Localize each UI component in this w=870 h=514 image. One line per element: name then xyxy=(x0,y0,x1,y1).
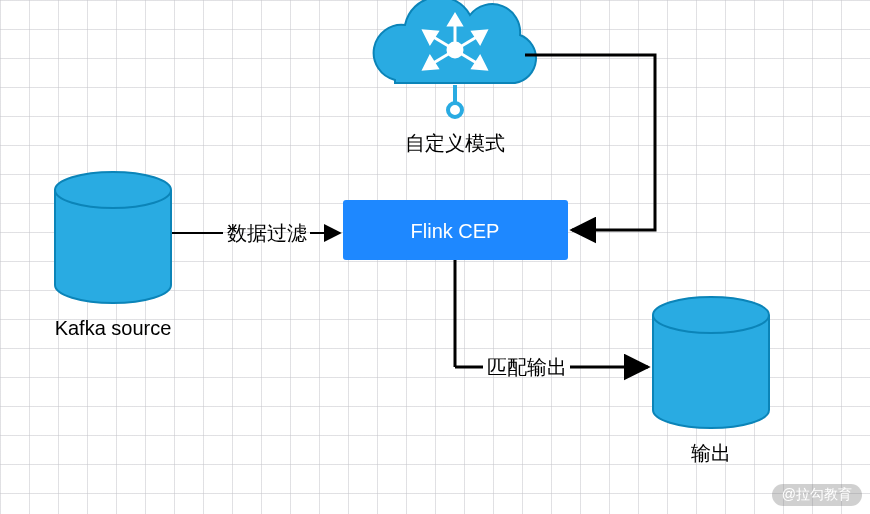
edge-filter: 数据过滤 xyxy=(172,222,340,244)
output-node: 输出 xyxy=(653,297,769,464)
svg-point-9 xyxy=(653,297,769,333)
custom-pattern-label: 自定义模式 xyxy=(405,132,505,154)
edge-filter-label: 数据过滤 xyxy=(227,222,307,244)
flink-cep-node: Flink CEP xyxy=(343,200,568,260)
watermark: @拉勾教育 xyxy=(772,484,862,506)
kafka-source-node: Kafka source xyxy=(55,172,172,339)
diagram-canvas: Kafka source 输出 自定义模式 xyxy=(0,0,870,514)
edge-match-out-label: 匹配输出 xyxy=(487,356,567,378)
output-label: 输出 xyxy=(691,442,731,464)
custom-pattern-node: 自定义模式 xyxy=(374,0,536,154)
edge-match-out: 匹配输出 xyxy=(455,260,648,378)
svg-point-4 xyxy=(55,172,171,208)
svg-point-22 xyxy=(448,103,462,117)
kafka-source-label: Kafka source xyxy=(55,317,172,339)
flink-cep-label: Flink CEP xyxy=(411,220,500,242)
